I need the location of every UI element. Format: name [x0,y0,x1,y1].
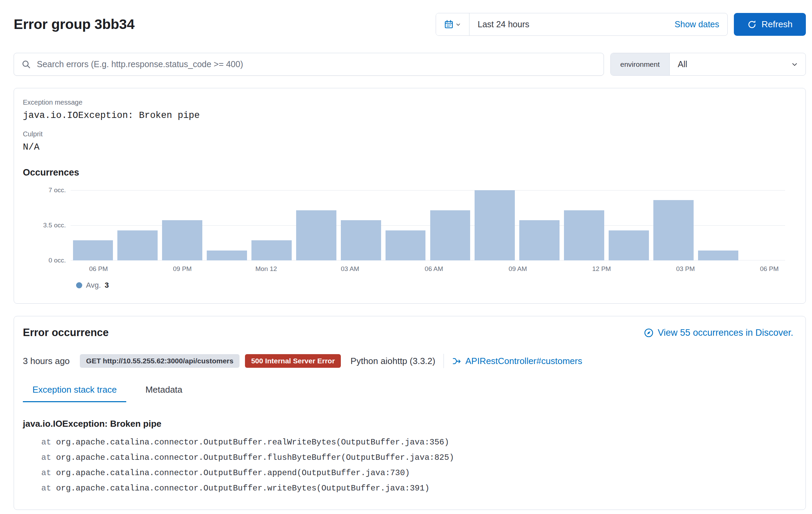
exception-message-label: Exception message [23,99,793,106]
chart-bar [475,190,515,260]
chart-bar [162,220,202,260]
show-dates-link[interactable]: Show dates [675,13,727,35]
bar-slot [71,190,115,260]
chart-bars [71,190,785,260]
apm-error-group-page: Error group 3bb34 [0,0,812,510]
x-tick-label: Mon 12 [255,265,277,273]
page-header: Error group 3bb34 [14,0,806,36]
chart-bar [251,240,292,260]
bar-slot [383,190,428,260]
service-version: (3.3.2) [410,356,435,366]
chart-bar [341,220,381,260]
tab-metadata[interactable]: Metadata [136,384,192,402]
chevron-down-icon [791,61,798,68]
calendar-icon [444,20,453,29]
stack-frame: at org.apache.catalina.connector.OutputB… [23,481,793,496]
discover-link[interactable]: View 55 occurrences in Discover. [644,328,793,338]
x-tick-label: 09 PM [173,265,192,273]
transaction-icon [452,357,461,366]
chart-bar [609,230,649,260]
chart-bar [519,220,560,260]
chart-bar [564,210,604,260]
y-tick-label: 7 occ. [48,186,66,194]
chevron-down-icon [455,22,461,27]
environment-select[interactable]: All [670,53,806,75]
bar-slot [115,190,160,260]
occurrence-header: Error occurrence View 55 occurrences in … [23,327,793,339]
stacktrace-title: java.io.IOException: Broken pipe [23,419,793,429]
bar-slot [607,190,651,260]
bar-slot [740,190,785,260]
search-box [14,53,604,76]
date-picker: Last 24 hours Show dates [436,13,728,36]
x-tick-label: 09 AM [509,265,527,273]
legend-label: Avg. [86,281,101,290]
y-tick-label: 0 occ. [48,257,66,264]
refresh-icon [747,20,757,29]
legend-dot-icon [76,282,82,288]
refresh-button-label: Refresh [762,19,793,30]
chart-plot-row: 7 occ. 3.5 occ. 0 occ. 06 PM09 PMMon 120… [23,190,785,260]
x-tick-label: 06 PM [760,265,779,273]
bar-slot [338,190,383,260]
environment-filter: environment All [610,53,806,76]
error-group-panel: Exception message java.io.IOException: B… [14,88,806,304]
header-controls: Last 24 hours Show dates Refresh [436,13,806,36]
service-label: Python aiohttp (3.3.2) [350,356,435,366]
x-tick-label: 12 PM [592,265,611,273]
x-tick-label: 03 AM [341,265,359,273]
refresh-button[interactable]: Refresh [734,13,806,36]
transaction-link[interactable]: APIRestController#customers [452,356,582,366]
divider [444,354,444,368]
chart-x-ticks: 06 PM09 PMMon 1203 AM06 AM09 AM12 PM03 P… [71,260,785,276]
tab-exception-stack-trace[interactable]: Exception stack trace [23,384,126,402]
occurrence-title: Error occurrence [23,327,109,339]
occurrences-chart: 7 occ. 3.5 occ. 0 occ. 06 PM09 PMMon 120… [23,190,785,290]
bar-slot [473,190,517,260]
chart-bar [207,251,247,260]
service-name: Python aiohttp [350,356,407,366]
culprit-value: N/A [23,142,793,152]
y-tick-label: 3.5 occ. [43,222,66,229]
bar-slot [294,190,338,260]
occurrence-meta-row: 3 hours ago GET http://10.55.255.62:3000… [23,354,793,368]
chart-plot-area: 06 PM09 PMMon 1203 AM06 AM09 AM12 PM03 P… [71,190,785,260]
exception-message-value: java.io.IOException: Broken pipe [23,110,793,121]
transaction-link-label: APIRestController#customers [465,356,582,366]
x-tick-label: 03 PM [676,265,695,273]
bar-slot [428,190,473,260]
legend-value: 3 [105,281,109,290]
chart-bar [653,200,694,260]
occurrence-tabs: Exception stack trace Metadata [23,384,793,402]
chart-bar [698,251,738,260]
x-tick-label: 06 AM [425,265,443,273]
environment-filter-label: environment [611,53,670,75]
chart-bar [117,230,158,260]
occurrences-title: Occurrences [23,167,793,178]
error-occurrence-panel: Error occurrence View 55 occurrences in … [14,316,806,510]
x-tick-label: 06 PM [89,265,108,273]
chart-y-axis: 7 occ. 3.5 occ. 0 occ. [23,190,71,260]
stack-frame: at org.apache.catalina.connector.OutputB… [23,465,793,481]
page-title: Error group 3bb34 [14,16,134,32]
stack-frame: at org.apache.catalina.connector.OutputB… [23,435,793,450]
environment-selected-value: All [678,59,791,69]
status-code-badge: 500 Internal Server Error [245,354,341,368]
bar-slot [651,190,696,260]
request-badge: GET http://10.55.255.62:3000/api/custome… [80,354,240,368]
date-quick-select-button[interactable] [436,13,469,35]
chart-bar [430,210,470,260]
bar-slot [517,190,562,260]
bar-slot [562,190,607,260]
date-range-value[interactable]: Last 24 hours [469,13,675,35]
discover-link-label: View 55 occurrences in Discover. [658,328,793,338]
stack-frames: at org.apache.catalina.connector.OutputB… [23,435,793,496]
bar-slot [160,190,205,260]
search-row: environment All [14,53,806,76]
bar-slot [696,190,740,260]
search-input[interactable] [36,59,596,70]
bar-slot [249,190,294,260]
search-icon [21,60,31,69]
chart-legend: Avg. 3 [76,281,785,290]
occurrence-timestamp: 3 hours ago [23,356,70,366]
